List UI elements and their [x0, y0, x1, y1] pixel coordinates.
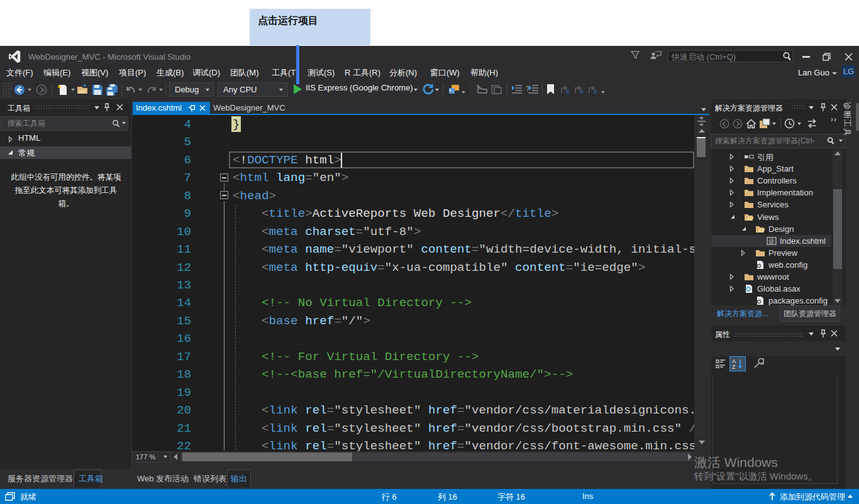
svg-text:@: @ [768, 238, 774, 244]
svg-text:Z: Z [732, 364, 736, 370]
